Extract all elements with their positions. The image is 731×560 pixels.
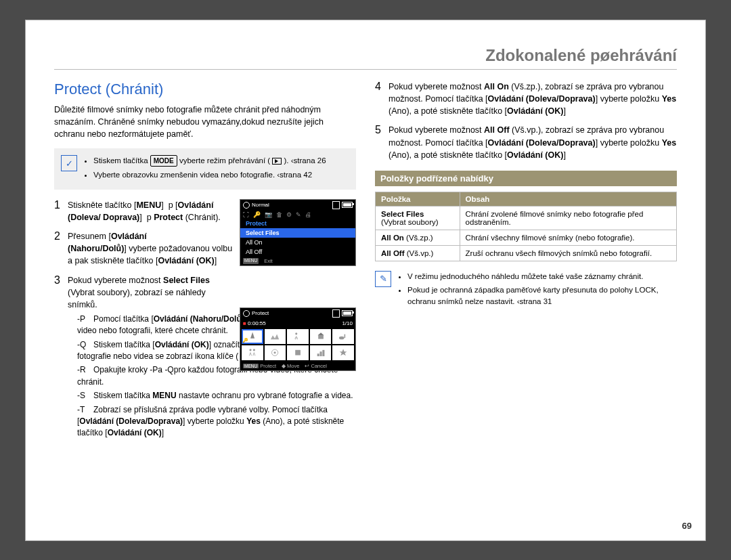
step-number: 1 xyxy=(54,199,68,211)
play-icon xyxy=(272,158,282,165)
svg-marker-0 xyxy=(250,332,254,339)
menu-heading: Protect xyxy=(240,219,355,228)
svg-rect-2 xyxy=(318,335,324,339)
thumbnail[interactable] xyxy=(332,345,354,360)
thumbnail[interactable]: 🔑 xyxy=(242,329,263,344)
svg-point-4 xyxy=(339,337,345,340)
thumbnail[interactable] xyxy=(287,345,309,360)
thumbnail[interactable] xyxy=(242,345,263,360)
thumbnail[interactable] xyxy=(287,329,309,344)
thumbnail[interactable] xyxy=(265,345,286,360)
table-header: Obsah xyxy=(460,192,676,206)
svg-marker-14 xyxy=(340,349,347,356)
tip-box: ✎ V režimu jednoduchého náhledu můžete t… xyxy=(375,271,677,310)
table-header: Položka xyxy=(376,192,460,206)
step-text: Pokud vyberete možnost All On (Vš.zp.), … xyxy=(389,81,677,117)
step-number: 4 xyxy=(375,81,389,93)
submenu-heading: Položky podřízené nabídky xyxy=(375,171,677,186)
menu-item-all-on[interactable]: All On xyxy=(240,238,355,247)
tip-item: V režimu jednoduchého náhledu můžete tak… xyxy=(407,271,677,282)
tip-item: Pokud je ochranná západka paměťové karty… xyxy=(407,284,677,308)
pencil-icon: ✎ xyxy=(375,271,391,287)
step-number: 3 xyxy=(54,274,68,286)
svg-rect-5 xyxy=(345,335,346,338)
check-icon: ✓ xyxy=(61,155,77,171)
svg-point-6 xyxy=(249,349,251,351)
page-header-title: Zdokonalené pøehrávání xyxy=(54,46,677,70)
note-item: Stiskem tlačítka MODE vyberte režim přeh… xyxy=(93,155,326,167)
step-number: 2 xyxy=(54,230,68,242)
svg-marker-3 xyxy=(317,332,324,335)
step-text: Pokud vyberete možnost All Off (Vš.vp.),… xyxy=(389,124,677,160)
svg-rect-12 xyxy=(319,351,322,356)
thumbnail[interactable] xyxy=(332,329,354,344)
page-number: 69 xyxy=(682,521,692,531)
camera-screenshot-thumbnails: Protect ■ 0:00:55 1/10 🔑 xyxy=(240,307,356,371)
intro-text: Důležité filmové snímky nebo fotografie … xyxy=(54,104,356,140)
thumbnail[interactable] xyxy=(310,345,332,360)
table-row: Select Files(Vybrat soubory) Chrání zvol… xyxy=(376,206,677,230)
table-row: All On (Vš.zp.) Chrání všechny filmové s… xyxy=(376,230,677,245)
table-row: All Off (Vš.vp.) Zruší ochranu všech fil… xyxy=(376,245,677,261)
thumbnail[interactable] xyxy=(265,329,286,344)
camera-screenshot-menu: Normal ⛶🔑📷🗑⚙✎🖨 Protect Select Files All … xyxy=(240,199,356,266)
section-title-protect: Protect (Chránit) xyxy=(54,81,356,98)
thumbnail[interactable] xyxy=(310,329,332,344)
note-box: ✓ Stiskem tlačítka MODE vyberte režim př… xyxy=(54,148,356,190)
step-number: 5 xyxy=(375,124,389,136)
menu-item-select-files[interactable]: Select Files xyxy=(240,228,355,238)
svg-point-9 xyxy=(274,351,276,353)
svg-point-7 xyxy=(253,349,255,351)
note-item: Vyberte obrazovku zmenšenin videa nebo f… xyxy=(93,169,326,181)
submenu-table: Položka Obsah Select Files(Vybrat soubor… xyxy=(375,192,677,261)
svg-point-1 xyxy=(295,332,297,335)
svg-rect-10 xyxy=(295,350,301,356)
menu-item-all-off[interactable]: All Off xyxy=(240,247,355,257)
svg-rect-13 xyxy=(322,350,324,356)
svg-rect-11 xyxy=(317,353,319,356)
